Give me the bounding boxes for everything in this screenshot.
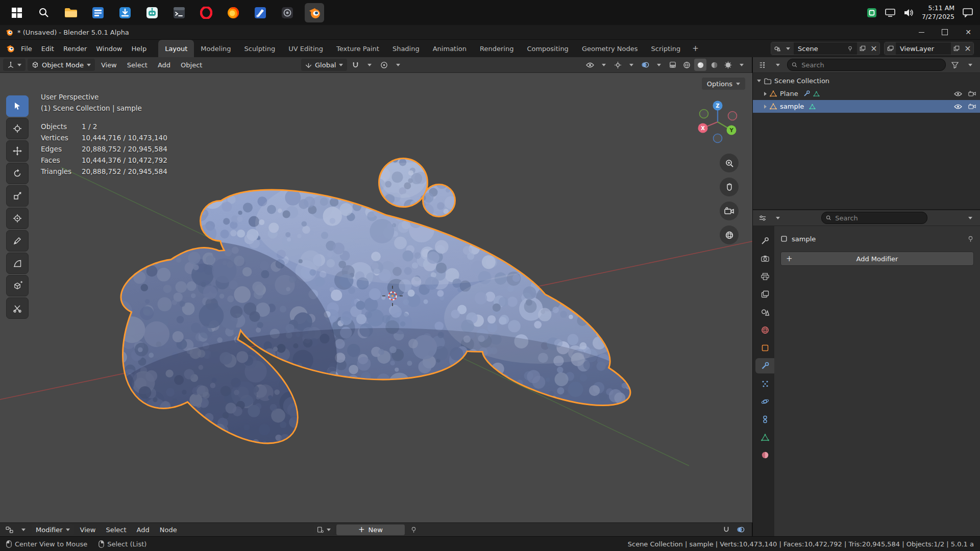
pan-hand-icon[interactable] xyxy=(720,178,739,196)
menu-render[interactable]: Render xyxy=(59,43,91,55)
viewport-menu-add[interactable]: Add xyxy=(154,59,175,71)
menu-file[interactable]: File xyxy=(16,43,37,55)
node-group-browse-icon[interactable] xyxy=(314,524,334,535)
outliner-filter-icon[interactable] xyxy=(949,59,961,71)
outliner-filter-caret[interactable] xyxy=(964,59,976,71)
new-node-tree-button[interactable]: + New xyxy=(336,524,405,536)
camera-view-icon[interactable] xyxy=(720,202,739,220)
blender-menu-icon[interactable] xyxy=(4,42,16,55)
tab-physics[interactable] xyxy=(755,394,774,409)
pin-icon[interactable] xyxy=(847,46,853,52)
node-overlays-icon[interactable] xyxy=(734,524,747,535)
navigation-gizmo[interactable]: Z X Y xyxy=(693,97,742,146)
properties-search[interactable] xyxy=(821,212,927,224)
disable-render-camera-icon[interactable] xyxy=(968,91,976,96)
display-tray-icon[interactable] xyxy=(885,8,895,17)
tab-rendering[interactable]: Rendering xyxy=(473,40,520,57)
paint-app-icon[interactable] xyxy=(251,3,270,22)
outliner-editor-type-icon[interactable] xyxy=(756,59,769,71)
outliner-search-input[interactable] xyxy=(800,61,941,69)
tray-green-app-icon[interactable] xyxy=(867,8,877,18)
properties-editor-type-icon[interactable] xyxy=(756,212,769,224)
start-menu-icon[interactable] xyxy=(7,3,27,22)
close-button[interactable]: ✕ xyxy=(957,25,980,39)
expand-icon[interactable] xyxy=(764,105,767,109)
perspective-toggle-icon[interactable] xyxy=(720,226,739,244)
tab-object[interactable] xyxy=(755,340,774,356)
scene-browse-caret[interactable] xyxy=(782,42,794,55)
recorder-app-icon[interactable] xyxy=(278,3,297,22)
tab-shading[interactable]: Shading xyxy=(386,40,426,57)
app-window-icon[interactable] xyxy=(88,3,108,22)
node-menu-node[interactable]: Node xyxy=(156,524,181,536)
measure-tool[interactable] xyxy=(6,253,29,274)
xray-toggle-icon[interactable] xyxy=(667,59,679,71)
scene-browse-icon[interactable] xyxy=(771,42,782,55)
mode-selector[interactable]: Object Mode xyxy=(28,59,95,71)
outliner-row-sample[interactable]: sample xyxy=(753,100,980,113)
overlays-caret[interactable] xyxy=(653,59,665,71)
object-visibility-icon[interactable] xyxy=(584,59,596,71)
zoom-icon[interactable] xyxy=(720,154,739,172)
new-scene-icon[interactable] xyxy=(857,42,868,55)
remove-viewlayer-icon[interactable]: ✕ xyxy=(962,42,973,55)
node-snapping-icon[interactable] xyxy=(720,524,732,535)
proportional-falloff-caret[interactable] xyxy=(392,59,404,71)
tab-sculpting[interactable]: Sculpting xyxy=(237,40,282,57)
tab-tool[interactable] xyxy=(755,233,774,248)
tab-texture-paint[interactable]: Texture Paint xyxy=(330,40,386,57)
disable-render-camera-icon[interactable] xyxy=(968,104,976,109)
viewport-menu-view[interactable]: View xyxy=(97,59,121,71)
editor-type-selector[interactable] xyxy=(3,59,26,71)
outliner-row-scene-collection[interactable]: Scene Collection xyxy=(753,74,980,87)
tab-uv-editing[interactable]: UV Editing xyxy=(282,40,330,57)
shading-material-icon[interactable] xyxy=(708,59,720,71)
tab-render[interactable] xyxy=(755,251,774,266)
blender-icon[interactable] xyxy=(305,3,324,22)
transform-tool[interactable] xyxy=(6,208,29,229)
node-menu-select[interactable]: Select xyxy=(102,524,130,536)
menu-edit[interactable]: Edit xyxy=(37,43,59,55)
tab-material[interactable] xyxy=(755,447,774,463)
transform-orientation-selector[interactable]: Global xyxy=(301,59,347,71)
tab-animation[interactable]: Animation xyxy=(426,40,473,57)
tab-modeling[interactable]: Modeling xyxy=(194,40,237,57)
overlays-toggle-icon[interactable] xyxy=(639,59,651,71)
node-tree-type-selector[interactable]: Modifier xyxy=(32,524,74,535)
rotate-tool[interactable] xyxy=(6,163,29,184)
pin-icon[interactable] xyxy=(967,236,974,242)
add-modifier-button[interactable]: + Add Modifier xyxy=(780,252,974,266)
system-clock[interactable]: 5:11 AM 7/27/2025 xyxy=(922,4,954,21)
tab-view-layer[interactable] xyxy=(755,287,774,302)
window-titlebar[interactable]: * (Unsaved) - Blender 5.0.1 Alpha ✕ xyxy=(0,25,980,40)
tab-output[interactable] xyxy=(755,269,774,284)
tab-object-data[interactable] xyxy=(755,430,774,445)
tab-compositing[interactable]: Compositing xyxy=(520,40,575,57)
terminal-app-icon[interactable] xyxy=(169,3,189,22)
viewport-canvas[interactable]: User Perspective (1) Scene Collection | … xyxy=(0,73,753,522)
properties-editor-type-caret[interactable] xyxy=(772,212,784,224)
proportional-editing-icon[interactable] xyxy=(378,59,390,71)
node-menu-add[interactable]: Add xyxy=(133,524,154,536)
viewport-menu-object[interactable]: Object xyxy=(177,59,206,71)
shading-solid-icon[interactable] xyxy=(694,59,706,71)
downloads-app-icon[interactable] xyxy=(115,3,135,22)
snap-magnet-icon[interactable] xyxy=(349,59,361,71)
select-box-tool[interactable] xyxy=(6,95,29,117)
volume-tray-icon[interactable] xyxy=(903,8,914,17)
node-pin-icon[interactable] xyxy=(407,524,420,535)
notifications-icon[interactable] xyxy=(963,8,973,17)
options-button[interactable]: Options xyxy=(702,78,745,90)
menu-help[interactable]: Help xyxy=(127,43,152,55)
tab-particles[interactable] xyxy=(755,376,774,391)
node-editor-type-caret[interactable] xyxy=(17,524,30,535)
tab-world[interactable] xyxy=(755,322,774,338)
gizmos-caret[interactable] xyxy=(625,59,638,71)
cursor-tool[interactable] xyxy=(6,118,29,139)
properties-filter-caret[interactable] xyxy=(964,212,976,224)
maximize-button[interactable] xyxy=(933,25,957,39)
interactive-add-tool[interactable] xyxy=(6,297,29,319)
unlink-scene-icon[interactable]: ✕ xyxy=(868,42,879,55)
tab-scripting[interactable]: Scripting xyxy=(645,40,688,57)
viewlayer-name-field[interactable]: ViewLayer xyxy=(896,42,951,55)
